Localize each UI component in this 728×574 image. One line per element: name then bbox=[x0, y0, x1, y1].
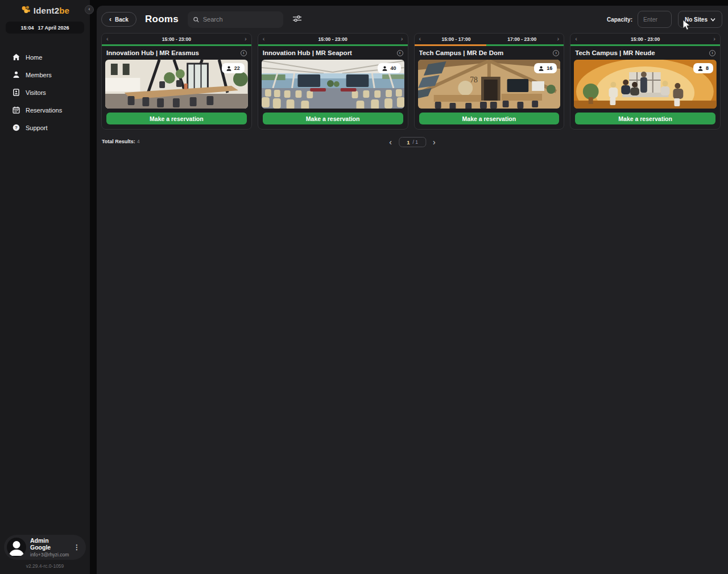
filter-button[interactable] bbox=[291, 13, 304, 26]
person-icon bbox=[382, 66, 387, 71]
capacity-value: 8 bbox=[706, 65, 709, 71]
room-title: Innovation Hub | MR Seaport bbox=[263, 49, 397, 56]
page-indicator[interactable]: 1 / 1 bbox=[399, 137, 426, 147]
capacity-badge: 22 bbox=[222, 63, 245, 73]
app-version: v2.29.4-rc.0-1059 bbox=[0, 563, 90, 569]
sidebar-item-support[interactable]: ? Support bbox=[0, 119, 90, 136]
room-photo: 22 bbox=[105, 60, 248, 109]
datetime-pill: 15:04 17 April 2026 bbox=[6, 22, 84, 34]
info-icon[interactable]: i bbox=[553, 50, 559, 56]
room-card: ‹ 15:00 - 23:00 › Tech Campus | MR Neude… bbox=[570, 33, 721, 130]
page-prev-icon[interactable]: ‹ bbox=[389, 138, 392, 146]
timeslot-label: 15:00 - 23:00 bbox=[267, 36, 398, 42]
user-menu[interactable]: Admin Google info+3@rhyzi.com ⋮ bbox=[4, 535, 86, 560]
sidebar-item-members[interactable]: Members bbox=[0, 66, 90, 84]
make-reservation-button[interactable]: Make a reservation bbox=[263, 113, 403, 124]
svg-text:78: 78 bbox=[470, 76, 478, 84]
search-box[interactable] bbox=[188, 11, 283, 28]
chevron-left-icon[interactable]: ‹ bbox=[104, 36, 111, 42]
capacity-value: 40 bbox=[390, 65, 396, 71]
sidebar-nav: Home Members Visitors Reservations ? Sup… bbox=[0, 48, 90, 136]
timeslot-label: 15:00 - 23:00 bbox=[111, 36, 242, 42]
chevron-right-icon[interactable]: › bbox=[242, 36, 249, 42]
capacity-value: 22 bbox=[234, 65, 240, 71]
capacity-badge: 16 bbox=[534, 63, 557, 73]
capacity-label: Capacity: bbox=[607, 16, 632, 23]
clock-time: 15:04 bbox=[20, 25, 34, 31]
room-photo: 78 16 bbox=[418, 60, 561, 109]
room-card: ‹ 15:00 - 23:00 › Innovation Hub | MR Se… bbox=[258, 33, 408, 130]
user-meta: Admin Google info+3@rhyzi.com bbox=[30, 537, 68, 558]
sites-dropdown-button[interactable]: No Sites bbox=[678, 11, 722, 28]
sidebar-item-label: Members bbox=[26, 72, 52, 78]
chevron-left-icon[interactable]: ‹ bbox=[260, 36, 267, 42]
sidebar: Ident2be ‹ 15:04 17 April 2026 Home Memb… bbox=[0, 0, 90, 574]
total-results-count: 4 bbox=[137, 139, 140, 144]
room-title: Tech Campus | MR Neude bbox=[575, 49, 709, 56]
chevron-right-icon[interactable]: › bbox=[711, 36, 718, 42]
chevron-left-icon: ‹ bbox=[109, 16, 111, 23]
room-photo: 40 bbox=[262, 60, 404, 109]
back-label: Back bbox=[115, 16, 129, 23]
app-name: Ident2be bbox=[34, 6, 69, 15]
search-input[interactable] bbox=[203, 16, 278, 23]
make-reservation-button[interactable]: Make a reservation bbox=[106, 113, 247, 124]
page-title: Rooms bbox=[145, 14, 179, 25]
timeslot-label: 15:00 - 17:00 bbox=[423, 36, 489, 42]
pagination: ‹ 1 / 1 › bbox=[389, 137, 435, 147]
room-title: Innovation Hub | MR Erasmus bbox=[106, 49, 241, 56]
capacity-value: 16 bbox=[547, 65, 552, 71]
page-current: 1 bbox=[407, 139, 410, 145]
logo-icon bbox=[20, 5, 31, 15]
timeslot-header: ‹ 15:00 - 23:00 › bbox=[102, 34, 251, 44]
main-panel: ‹ Back Rooms Capacity: No Sites bbox=[97, 6, 728, 574]
total-results: Total Results:4 bbox=[102, 139, 140, 144]
room-title: Tech Campus | MR De Dom bbox=[419, 49, 553, 56]
sidebar-item-label: Reservations bbox=[26, 107, 62, 114]
id-badge-icon bbox=[13, 89, 20, 96]
make-reservation-button[interactable]: Make a reservation bbox=[575, 113, 715, 124]
info-icon[interactable]: i bbox=[241, 50, 247, 56]
info-icon[interactable]: i bbox=[397, 50, 403, 56]
sites-label: No Sites bbox=[685, 16, 708, 23]
kebab-menu-icon[interactable]: ⋮ bbox=[72, 542, 81, 552]
results-row: Total Results:4 ‹ 1 / 1 › bbox=[97, 137, 728, 148]
chevron-right-icon[interactable]: › bbox=[399, 36, 406, 42]
info-icon[interactable]: i bbox=[709, 50, 715, 56]
sidebar-item-home[interactable]: Home bbox=[0, 48, 90, 66]
clock-date: 17 April 2026 bbox=[38, 25, 69, 31]
page-next-icon[interactable]: › bbox=[433, 138, 436, 146]
sidebar-item-label: Support bbox=[26, 124, 48, 131]
sidebar-item-label: Home bbox=[26, 54, 42, 61]
capacity-badge: 40 bbox=[378, 63, 400, 73]
logo: Ident2be bbox=[0, 0, 90, 15]
timeslot-header: ‹ 15:00 - 17:00 17:00 - 23:00 › bbox=[415, 34, 564, 44]
make-reservation-button[interactable]: Make a reservation bbox=[419, 113, 560, 124]
capacity-input[interactable] bbox=[638, 11, 672, 28]
svg-text:?: ? bbox=[15, 125, 18, 130]
page-total: / 1 bbox=[412, 139, 417, 145]
back-button[interactable]: ‹ Back bbox=[101, 12, 136, 27]
total-results-label: Total Results: bbox=[102, 139, 135, 144]
availability-bar bbox=[258, 44, 408, 46]
chevron-left-icon[interactable]: ‹ bbox=[417, 36, 424, 42]
chevron-right-icon[interactable]: › bbox=[555, 36, 562, 42]
timeslot-header: ‹ 15:00 - 23:00 › bbox=[258, 34, 408, 44]
search-icon bbox=[193, 16, 199, 23]
chevron-down-icon bbox=[710, 18, 715, 22]
sidebar-collapse-button[interactable]: ‹ bbox=[85, 5, 94, 14]
avatar bbox=[7, 538, 26, 557]
sidebar-item-label: Visitors bbox=[26, 89, 46, 96]
person-icon bbox=[698, 66, 703, 71]
sidebar-item-reservations[interactable]: Reservations bbox=[0, 101, 90, 119]
availability-bar bbox=[415, 44, 564, 46]
toolbar: ‹ Back Rooms Capacity: No Sites bbox=[97, 6, 728, 28]
sidebar-item-visitors[interactable]: Visitors bbox=[0, 84, 90, 101]
capacity-badge: 8 bbox=[693, 63, 713, 73]
room-card: ‹ 15:00 - 17:00 17:00 - 23:00 › Tech Cam… bbox=[414, 33, 565, 130]
availability-bar bbox=[102, 44, 251, 46]
chevron-left-icon[interactable]: ‹ bbox=[573, 36, 580, 42]
availability-bar bbox=[570, 44, 720, 46]
person-icon bbox=[226, 66, 231, 71]
question-circle-icon: ? bbox=[13, 124, 20, 131]
